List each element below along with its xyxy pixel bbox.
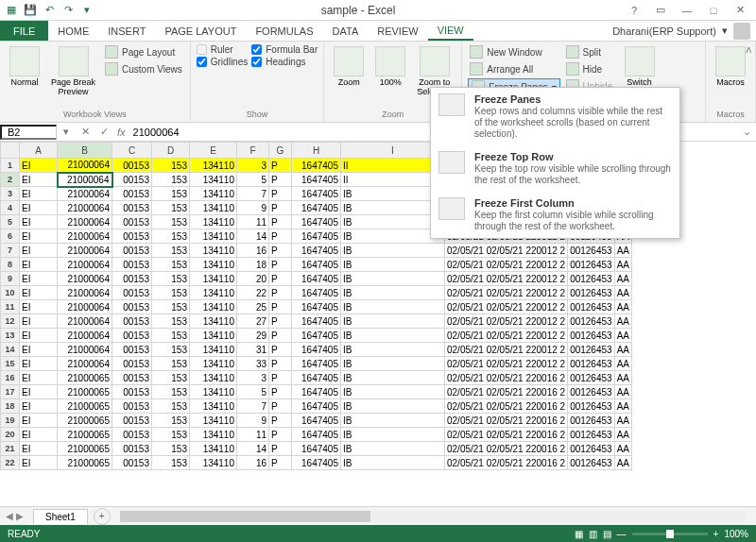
cell[interactable]: P [269,201,292,215]
gridlines-checkbox[interactable]: Gridlines [197,57,248,67]
cell[interactable]: 02/05/21 02/05/21 220012 2 [445,244,568,258]
cell[interactable]: P [269,173,292,187]
cell[interactable]: 134110 [190,201,237,215]
cell[interactable]: 00153 [112,357,152,371]
headings-checkbox[interactable]: Headings [251,57,318,67]
cell[interactable]: 02/05/21 02/05/21 220012 2 [445,314,568,329]
cell[interactable]: 134110 [190,357,237,371]
cell[interactable]: 134110 [190,456,237,470]
cell[interactable]: 153 [152,187,190,201]
cell[interactable]: 14 [237,442,269,456]
cell[interactable]: IB [341,258,445,272]
col-header[interactable]: D [152,143,190,159]
row-header[interactable]: 14 [1,343,20,357]
cell[interactable]: 00153 [112,456,152,470]
sheet-tab-sheet1[interactable]: Sheet1 [33,509,88,524]
cell[interactable]: 02/05/21 02/05/21 220012 2 [445,329,568,343]
cell[interactable]: 02/05/21 02/05/21 220016 2 [445,442,568,456]
cell[interactable]: IB [341,286,445,300]
fx-icon[interactable]: fx [113,127,129,138]
cell[interactable]: 1647405 [292,187,341,201]
cell[interactable]: P [269,456,292,470]
cell[interactable]: AA [614,414,631,428]
cell[interactable]: 00153 [112,159,152,173]
cell[interactable]: 1647405 [292,300,341,314]
cell[interactable]: IB [341,428,445,442]
cell[interactable]: EI [20,329,58,343]
freeze-top-row-item[interactable]: Freeze Top RowKeep the top row visible w… [431,145,679,192]
cell[interactable]: 21000064 [58,343,112,357]
cell[interactable]: P [269,272,292,286]
cell[interactable]: P [269,399,292,414]
cell[interactable]: IB [341,314,445,329]
cell[interactable]: 00153 [112,442,152,456]
tab-insert[interactable]: INSERT [98,21,155,41]
col-header[interactable]: F [237,143,269,159]
cell[interactable]: 1647405 [292,286,341,300]
split-button[interactable]: Split [564,44,615,59]
cell[interactable]: IB [341,399,445,414]
cell[interactable]: 00126453 [568,314,615,329]
cell[interactable]: 7 [237,399,269,414]
cell[interactable]: P [269,343,292,357]
cell[interactable]: 00126453 [568,414,615,428]
row-header[interactable]: 10 [1,286,20,300]
cell[interactable]: IB [341,187,445,201]
cell[interactable]: P [269,385,292,399]
cell[interactable]: 21000064 [58,173,112,187]
cell[interactable]: 3 [237,159,269,173]
expand-formula-bar-icon[interactable]: ⌄ [737,126,756,138]
cell[interactable]: 29 [237,329,269,343]
cell[interactable]: 00153 [112,343,152,357]
row-header[interactable]: 7 [1,244,20,258]
cell[interactable]: 1647405 [292,357,341,371]
row-header[interactable]: 1 [1,159,20,173]
cell[interactable]: 25 [237,300,269,314]
cell[interactable]: 134110 [190,414,237,428]
cell[interactable]: 5 [237,385,269,399]
cell[interactable]: 134110 [190,300,237,314]
cell[interactable]: P [269,357,292,371]
cell[interactable]: EI [20,258,58,272]
cell[interactable]: AA [614,329,631,343]
cancel-icon[interactable]: ✕ [76,126,94,138]
cell[interactable]: 153 [152,414,190,428]
help-icon[interactable]: ? [622,2,646,19]
cell[interactable]: 00153 [112,173,152,187]
save-icon[interactable]: 💾 [23,3,38,18]
cell[interactable]: IB [341,215,445,229]
zoom-in-icon[interactable]: + [713,529,719,539]
cell[interactable]: EI [20,428,58,442]
row-header[interactable]: 18 [1,399,20,414]
cell[interactable]: P [269,244,292,258]
cell[interactable]: 21000064 [58,329,112,343]
cell[interactable]: 31 [237,343,269,357]
tab-home[interactable]: HOME [48,21,98,41]
cell[interactable]: 1647405 [292,244,341,258]
cell[interactable]: 00153 [112,399,152,414]
cell[interactable]: 11 [237,428,269,442]
col-header[interactable]: H [292,143,341,159]
cell[interactable]: 00126453 [568,428,615,442]
cell[interactable]: 00126453 [568,272,615,286]
cell[interactable]: P [269,371,292,385]
cell[interactable]: 153 [152,201,190,215]
cell[interactable]: 00126453 [568,399,615,414]
new-window-button[interactable]: New Window [468,44,559,59]
cell[interactable]: 1647405 [292,343,341,357]
tab-file[interactable]: FILE [0,21,48,41]
page-layout-button[interactable]: Page Layout [103,44,184,59]
cell[interactable]: 1647405 [292,385,341,399]
cell[interactable]: 00126453 [568,442,615,456]
cell[interactable]: IB [341,442,445,456]
undo-icon[interactable]: ↶ [42,3,57,18]
cell[interactable]: 153 [152,244,190,258]
zoom-out-icon[interactable]: — [617,529,627,539]
cell[interactable]: 134110 [190,159,237,173]
cell[interactable]: 00153 [112,272,152,286]
cell[interactable]: IB [341,329,445,343]
cell[interactable]: 134110 [190,187,237,201]
cell[interactable]: 134110 [190,244,237,258]
sheet-next-icon[interactable]: ▶ [16,511,24,521]
hide-button[interactable]: Hide [564,61,615,76]
